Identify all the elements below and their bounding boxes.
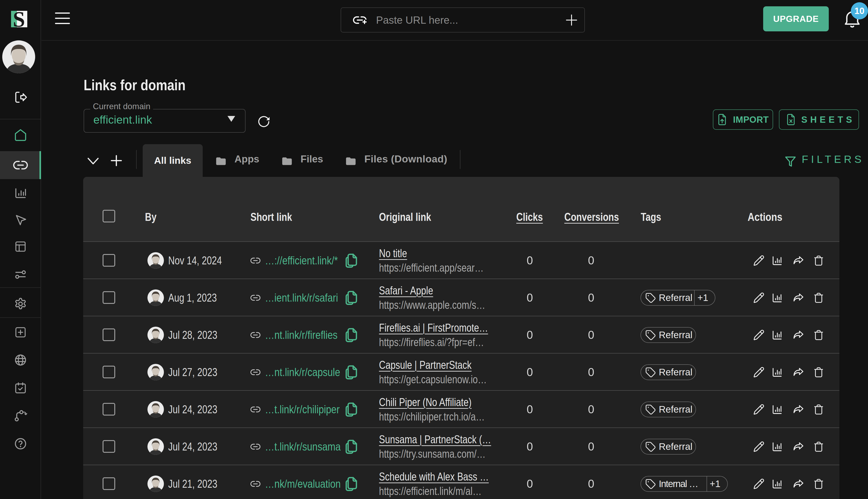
svg-text:S: S	[13, 11, 25, 27]
